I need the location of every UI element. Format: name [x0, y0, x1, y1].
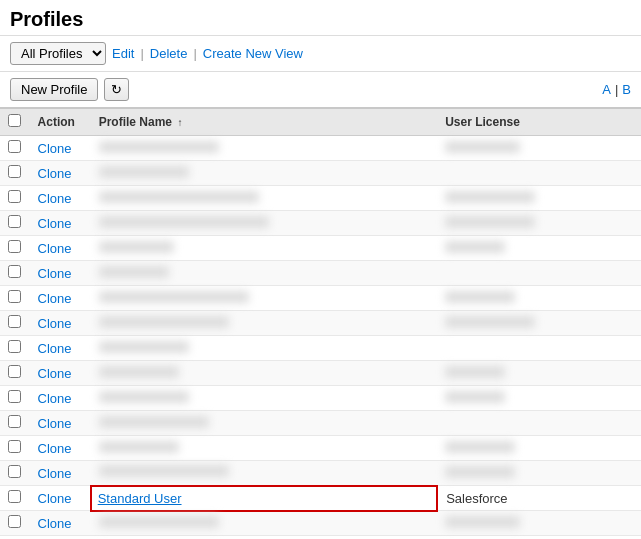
row-checkbox-cell: [0, 286, 30, 311]
clone-link[interactable]: Clone: [38, 191, 72, 206]
row-action-cell: Clone: [30, 186, 91, 211]
col-header-action: Action: [30, 109, 91, 136]
alpha-a-link[interactable]: A: [602, 82, 611, 97]
row-checkbox[interactable]: [8, 315, 21, 328]
row-checkbox[interactable]: [8, 165, 21, 178]
row-checkbox-cell: [0, 411, 30, 436]
row-checkbox-cell: [0, 436, 30, 461]
clone-link[interactable]: Clone: [38, 491, 72, 506]
row-checkbox[interactable]: [8, 365, 21, 378]
row-profile-name-cell: [91, 336, 437, 361]
table-row: Clone: [0, 186, 641, 211]
row-checkbox-cell: [0, 186, 30, 211]
row-checkbox[interactable]: [8, 440, 21, 453]
row-profile-name-cell: [91, 136, 437, 161]
row-action-cell: Clone: [30, 386, 91, 411]
row-profile-name-cell: [91, 361, 437, 386]
row-profile-name-cell: [91, 511, 437, 536]
clone-link[interactable]: Clone: [38, 316, 72, 331]
row-checkbox[interactable]: [8, 515, 21, 528]
row-checkbox[interactable]: [8, 190, 21, 203]
table-row: Clone: [0, 361, 641, 386]
row-profile-name-cell: [91, 261, 437, 286]
alpha-pagination: A | B: [602, 82, 631, 97]
row-checkbox-cell: [0, 311, 30, 336]
row-profile-name-cell: [91, 286, 437, 311]
row-checkbox[interactable]: [8, 240, 21, 253]
table-body: CloneCloneCloneCloneCloneCloneCloneClone…: [0, 136, 641, 536]
table-row: Clone: [0, 236, 641, 261]
table-row: Clone: [0, 286, 641, 311]
row-checkbox[interactable]: [8, 290, 21, 303]
row-user-license-cell: [437, 411, 641, 436]
row-action-cell: Clone: [30, 461, 91, 486]
col-header-user-license: User License: [437, 109, 641, 136]
row-profile-name-cell: [91, 386, 437, 411]
edit-view-link[interactable]: Edit: [112, 46, 134, 61]
row-user-license-cell: [437, 436, 641, 461]
row-checkbox[interactable]: [8, 465, 21, 478]
clone-link[interactable]: Clone: [38, 266, 72, 281]
row-profile-name-cell: Standard User: [91, 486, 437, 511]
clone-link[interactable]: Clone: [38, 141, 72, 156]
sort-asc-icon: ↑: [177, 117, 182, 128]
table-row: Clone: [0, 511, 641, 536]
page-title: Profiles: [10, 8, 631, 31]
row-profile-name-cell: [91, 311, 437, 336]
clone-link[interactable]: Clone: [38, 216, 72, 231]
new-profile-button[interactable]: New Profile: [10, 78, 98, 101]
row-checkbox-cell: [0, 261, 30, 286]
row-checkbox[interactable]: [8, 415, 21, 428]
row-user-license-cell: [437, 286, 641, 311]
row-checkbox[interactable]: [8, 390, 21, 403]
table-row: Clone: [0, 161, 641, 186]
row-checkbox[interactable]: [8, 215, 21, 228]
table-row: Clone: [0, 261, 641, 286]
row-profile-name-cell: [91, 461, 437, 486]
row-action-cell: Clone: [30, 361, 91, 386]
clone-link[interactable]: Clone: [38, 516, 72, 531]
row-checkbox-cell: [0, 511, 30, 536]
row-profile-name-cell: [91, 161, 437, 186]
view-select[interactable]: All Profiles: [10, 42, 106, 65]
clone-link[interactable]: Clone: [38, 466, 72, 481]
row-checkbox[interactable]: [8, 265, 21, 278]
profile-name-link[interactable]: Standard User: [98, 491, 182, 506]
clone-link[interactable]: Clone: [38, 341, 72, 356]
table-row: Clone: [0, 211, 641, 236]
row-user-license-cell: [437, 311, 641, 336]
row-checkbox-cell: [0, 486, 30, 511]
row-checkbox-cell: [0, 386, 30, 411]
row-action-cell: Clone: [30, 161, 91, 186]
clone-link[interactable]: Clone: [38, 441, 72, 456]
table-row: Clone: [0, 136, 641, 161]
row-user-license-cell: [437, 261, 641, 286]
clone-link[interactable]: Clone: [38, 416, 72, 431]
row-user-license-cell: [437, 386, 641, 411]
clone-link[interactable]: Clone: [38, 366, 72, 381]
row-user-license-cell: [437, 236, 641, 261]
page-header: Profiles: [0, 0, 641, 36]
row-action-cell: Clone: [30, 211, 91, 236]
row-checkbox[interactable]: [8, 490, 21, 503]
row-profile-name-cell: [91, 211, 437, 236]
clone-link[interactable]: Clone: [38, 391, 72, 406]
clone-link[interactable]: Clone: [38, 291, 72, 306]
delete-view-link[interactable]: Delete: [150, 46, 188, 61]
alpha-b-link[interactable]: B: [622, 82, 631, 97]
create-new-view-link[interactable]: Create New View: [203, 46, 303, 61]
table-row: Clone: [0, 461, 641, 486]
row-checkbox[interactable]: [8, 340, 21, 353]
select-all-checkbox[interactable]: [8, 114, 21, 127]
row-checkbox-cell: [0, 236, 30, 261]
row-checkbox[interactable]: [8, 140, 21, 153]
clone-link[interactable]: Clone: [38, 166, 72, 181]
row-action-cell: Clone: [30, 511, 91, 536]
row-action-cell: Clone: [30, 136, 91, 161]
row-checkbox-cell: [0, 336, 30, 361]
clone-link[interactable]: Clone: [38, 241, 72, 256]
refresh-button[interactable]: ↻: [104, 78, 129, 101]
row-user-license-cell: [437, 211, 641, 236]
col-header-profile-name[interactable]: Profile Name ↑: [91, 109, 437, 136]
row-action-cell: Clone: [30, 336, 91, 361]
